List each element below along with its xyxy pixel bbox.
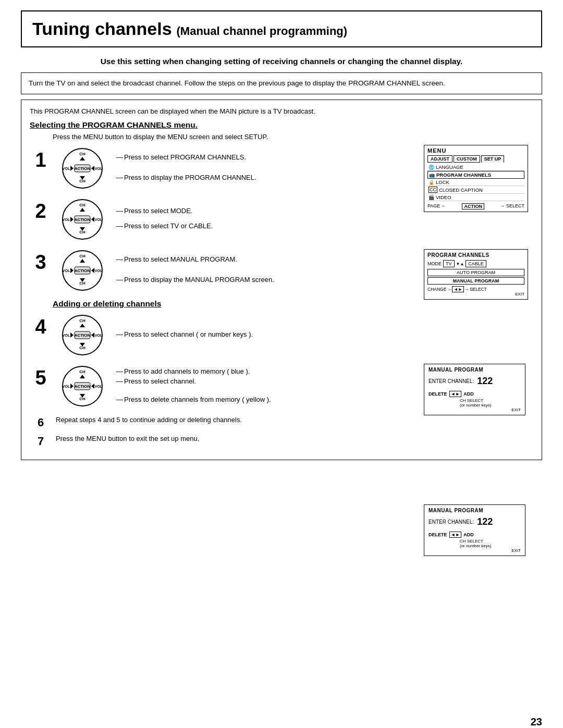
svg-marker-2 [80, 157, 85, 161]
svg-text:VOL: VOL [63, 385, 70, 388]
broadcast-note: This PROGRAM CHANNEL screen can be displ… [30, 107, 533, 115]
title-box: Tuning channels (Manual channel programm… [21, 10, 542, 47]
intro-box: Turn the TV on and select the broadcast … [21, 72, 542, 94]
step-3-instr-b: Press to display the MANUAL PROGRAM scre… [116, 276, 533, 283]
svg-text:ACTION: ACTION [75, 333, 91, 338]
step-2-instructions: Press to select MODE. Press to select TV… [111, 196, 533, 243]
step-5-instr-a: Press to add channels to memory ( blue )… [116, 367, 533, 375]
step-2-row: 2 CH CH VOL VOL ACTION [30, 196, 533, 243]
step-1-num: 1 [30, 145, 52, 170]
step-5-instr-b: Press to select channel. [116, 377, 533, 385]
step-7-text: Press the MENU button to exit the set up… [52, 433, 199, 442]
svg-text:CH: CH [79, 254, 85, 258]
step-6-text: Repeat steps 4 and 5 to continue adding … [52, 414, 242, 424]
nav-icon-manual-2[interactable]: ◄► [449, 532, 462, 538]
page-number: 23 [531, 716, 542, 728]
channel-number-2: 122 [477, 516, 493, 527]
step-3-instructions: Press to select MANUAL PROGRAM. Press to… [111, 247, 533, 294]
step-1-remote: CH CH VOL VOL ACTION [54, 145, 111, 192]
svg-marker-17 [70, 217, 74, 222]
svg-marker-8 [91, 166, 94, 171]
step-2-remote: CH CH VOL VOL ACTION [54, 196, 111, 243]
step-7-num: 7 [30, 433, 52, 448]
page-subtitle: Use this setting when changing setting o… [21, 57, 542, 66]
svg-text:ACTION: ACTION [75, 166, 91, 171]
svg-text:VOL: VOL [95, 385, 103, 388]
svg-marker-28 [70, 268, 74, 273]
step-1-instr-b: Press to display the PROGRAM CHANNEL. [116, 174, 533, 181]
ch-select-row-2: CH SELECT (or number keys) [429, 539, 521, 548]
svg-text:VOL: VOL [63, 334, 70, 337]
step-1-instr-a: Press to select PROGRAM CHANNELS. [116, 153, 533, 161]
step-3-num: 3 [30, 247, 52, 272]
manual-prog-title-2: MANUAL PROGRAM [429, 508, 521, 513]
step-5-remote: CH CH VOL VOL ACTION [54, 363, 111, 410]
svg-marker-39 [70, 332, 74, 338]
step-3-remote: CH CH VOL VOL ACTION [54, 247, 111, 294]
section1-prompt: Press the MENU button to display the MEN… [30, 133, 533, 141]
step-4-row: 4 CH CH VOL VOL ACTION [30, 312, 533, 359]
step-4-remote: CH CH VOL VOL ACTION [54, 312, 111, 359]
step-2-instr-b: Press to select TV or CABLE. [116, 222, 533, 230]
svg-marker-46 [80, 375, 85, 378]
svg-text:VOL: VOL [95, 218, 103, 221]
svg-text:ACTION: ACTION [75, 217, 91, 222]
svg-marker-50 [70, 384, 74, 389]
page-title: Tuning channels (Manual channel programm… [32, 19, 531, 39]
manual-prog-panel-2: MANUAL PROGRAM ENTER CHANNEL: 122 DELETE… [424, 504, 525, 556]
section1-title: Selecting the PROGRAM CHANNELS menu. [30, 120, 533, 130]
svg-marker-13 [80, 208, 85, 212]
step-5-num: 5 [30, 363, 52, 388]
svg-text:ACTION: ACTION [75, 268, 91, 273]
add-label-2: ADD [463, 532, 474, 537]
step-2-instr-a: Press to select MODE. [116, 207, 533, 215]
step-3-row: 3 CH CH VOL VOL ACTION [30, 247, 533, 294]
svg-marker-24 [80, 259, 85, 263]
step-4-instructions: Press to select channel ( or number keys… [111, 312, 533, 359]
svg-marker-35 [80, 324, 85, 327]
step-6-num: 6 [30, 414, 52, 429]
svg-marker-19 [91, 217, 94, 222]
step-3-instr-a: Press to select MANUAL PROGRAM. [116, 255, 533, 263]
step-4-instr-a: Press to select channel ( or number keys… [116, 330, 533, 338]
svg-marker-41 [91, 332, 94, 338]
main-content: This PROGRAM CHANNEL screen can be displ… [21, 100, 542, 460]
svg-text:VOL: VOL [63, 167, 70, 170]
step-7-row: 7 Press the MENU button to exit the set … [30, 433, 533, 448]
svg-text:VOL: VOL [95, 167, 103, 170]
step-5-instructions: Press to add channels to memory ( blue )… [111, 363, 533, 410]
svg-text:CH: CH [79, 318, 85, 323]
svg-text:VOL: VOL [95, 334, 103, 337]
delete-add-row-2: DELETE ◄► ADD [429, 532, 521, 538]
svg-text:ACTION: ACTION [75, 384, 91, 389]
step-4-num: 4 [30, 312, 52, 337]
enter-ch-row-2: ENTER CHANNEL: 122 [429, 516, 521, 527]
svg-text:CH: CH [79, 369, 85, 374]
svg-text:CH: CH [79, 152, 85, 156]
step-2-num: 2 [30, 196, 52, 221]
manual-prog-panel-container-2: MANUAL PROGRAM ENTER CHANNEL: 122 DELETE… [424, 504, 528, 560]
delete-label-2: DELETE [429, 532, 447, 537]
svg-marker-30 [91, 268, 94, 273]
step-5-instr-c: Press to delete channels from memory ( y… [116, 396, 533, 403]
step-1-row: 1 CH CH VOL VOL ACTION [30, 145, 533, 192]
step-5-row: 5 CH CH VOL VOL ACTION [30, 363, 533, 410]
svg-text:VOL: VOL [95, 269, 103, 273]
step-1-instructions: Press to select PROGRAM CHANNELS. Press … [111, 145, 533, 192]
svg-text:VOL: VOL [63, 218, 70, 221]
svg-marker-52 [91, 384, 94, 389]
svg-text:VOL: VOL [63, 269, 70, 273]
svg-marker-6 [70, 166, 74, 171]
svg-text:CH: CH [79, 203, 85, 207]
page: Tuning channels (Manual channel programm… [0, 10, 563, 728]
